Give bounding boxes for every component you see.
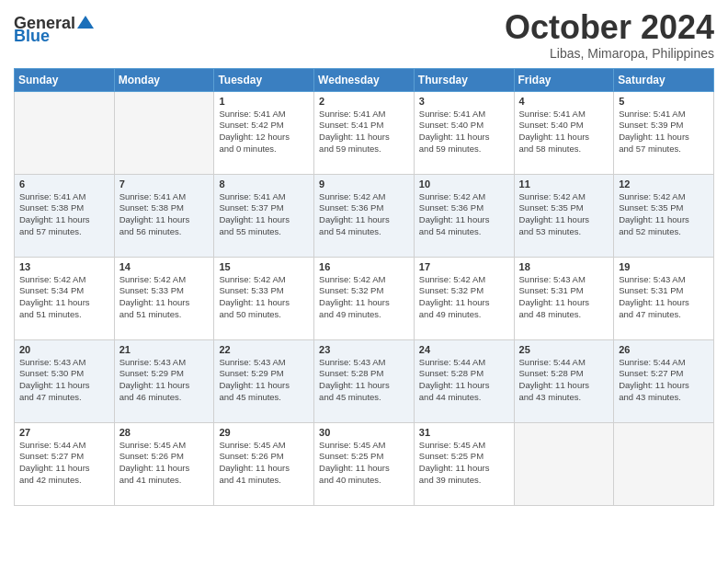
logo-blue: Blue <box>14 28 50 44</box>
calendar-cell: 5Sunrise: 5:41 AM Sunset: 5:39 PM Daylig… <box>614 91 714 174</box>
day-number: 6 <box>19 178 109 190</box>
day-info: Sunrise: 5:45 AM Sunset: 5:25 PM Dayligh… <box>419 440 509 487</box>
weekday-header: Saturday <box>614 68 714 91</box>
day-number: 28 <box>119 427 210 438</box>
calendar-cell: 13Sunrise: 5:42 AM Sunset: 5:34 PM Dayli… <box>15 257 115 339</box>
day-number: 1 <box>219 96 309 107</box>
calendar-cell: 2Sunrise: 5:41 AM Sunset: 5:41 PM Daylig… <box>314 91 415 174</box>
calendar-cell: 9Sunrise: 5:42 AM Sunset: 5:36 PM Daylig… <box>314 174 415 257</box>
day-number: 2 <box>319 96 409 107</box>
weekday-header: Wednesday <box>314 68 415 91</box>
day-number: 23 <box>319 344 409 355</box>
calendar-cell: 11Sunrise: 5:42 AM Sunset: 5:35 PM Dayli… <box>514 174 614 257</box>
calendar-cell <box>614 422 714 505</box>
location: Libas, Mimaropa, Philippines <box>505 46 714 61</box>
weekday-header: Tuesday <box>214 68 314 91</box>
calendar-cell: 16Sunrise: 5:42 AM Sunset: 5:32 PM Dayli… <box>314 257 415 339</box>
day-number: 17 <box>419 261 509 272</box>
day-number: 9 <box>319 178 409 190</box>
calendar-cell: 15Sunrise: 5:42 AM Sunset: 5:33 PM Dayli… <box>214 257 314 339</box>
day-info: Sunrise: 5:43 AM Sunset: 5:28 PM Dayligh… <box>319 357 409 404</box>
calendar-cell: 8Sunrise: 5:41 AM Sunset: 5:37 PM Daylig… <box>214 174 314 257</box>
day-info: Sunrise: 5:41 AM Sunset: 5:37 PM Dayligh… <box>219 191 309 238</box>
day-number: 13 <box>19 261 109 272</box>
page-header: General Blue October 2024 Libas, Mimarop… <box>14 9 714 61</box>
day-number: 27 <box>19 427 109 438</box>
day-number: 11 <box>519 178 609 190</box>
calendar-week-row: 13Sunrise: 5:42 AM Sunset: 5:34 PM Dayli… <box>15 257 714 339</box>
day-info: Sunrise: 5:44 AM Sunset: 5:27 PM Dayligh… <box>619 357 709 404</box>
day-number: 22 <box>219 344 309 355</box>
day-info: Sunrise: 5:41 AM Sunset: 5:40 PM Dayligh… <box>419 109 509 155</box>
day-info: Sunrise: 5:44 AM Sunset: 5:28 PM Dayligh… <box>519 357 609 404</box>
day-number: 3 <box>419 96 509 107</box>
calendar-cell <box>15 91 115 174</box>
calendar-cell: 29Sunrise: 5:45 AM Sunset: 5:26 PM Dayli… <box>214 422 314 505</box>
logo: General Blue <box>14 15 94 44</box>
day-number: 5 <box>619 96 709 107</box>
day-info: Sunrise: 5:42 AM Sunset: 5:36 PM Dayligh… <box>319 191 409 238</box>
weekday-header: Monday <box>114 68 214 91</box>
day-info: Sunrise: 5:43 AM Sunset: 5:29 PM Dayligh… <box>219 357 309 404</box>
calendar-cell: 19Sunrise: 5:43 AM Sunset: 5:31 PM Dayli… <box>614 257 714 339</box>
calendar-week-row: 27Sunrise: 5:44 AM Sunset: 5:27 PM Dayli… <box>15 422 714 505</box>
calendar-cell <box>114 91 214 174</box>
day-number: 14 <box>119 261 210 272</box>
calendar-cell: 10Sunrise: 5:42 AM Sunset: 5:36 PM Dayli… <box>414 174 514 257</box>
day-number: 15 <box>219 261 309 272</box>
weekday-header: Thursday <box>414 68 514 91</box>
logo-triangle-icon <box>77 14 94 30</box>
calendar-week-row: 6Sunrise: 5:41 AM Sunset: 5:38 PM Daylig… <box>15 174 714 257</box>
day-info: Sunrise: 5:41 AM Sunset: 5:41 PM Dayligh… <box>319 109 409 155</box>
weekday-header: Sunday <box>15 68 115 91</box>
calendar-week-row: 20Sunrise: 5:43 AM Sunset: 5:30 PM Dayli… <box>15 339 714 422</box>
day-number: 25 <box>519 344 609 355</box>
day-info: Sunrise: 5:42 AM Sunset: 5:33 PM Dayligh… <box>219 274 309 321</box>
calendar-cell: 12Sunrise: 5:42 AM Sunset: 5:35 PM Dayli… <box>614 174 714 257</box>
calendar-cell: 21Sunrise: 5:43 AM Sunset: 5:29 PM Dayli… <box>114 339 214 422</box>
day-info: Sunrise: 5:43 AM Sunset: 5:31 PM Dayligh… <box>519 274 609 321</box>
day-info: Sunrise: 5:43 AM Sunset: 5:31 PM Dayligh… <box>619 274 709 321</box>
day-info: Sunrise: 5:41 AM Sunset: 5:39 PM Dayligh… <box>619 109 709 155</box>
calendar-cell: 7Sunrise: 5:41 AM Sunset: 5:38 PM Daylig… <box>114 174 214 257</box>
calendar-cell: 31Sunrise: 5:45 AM Sunset: 5:25 PM Dayli… <box>414 422 514 505</box>
day-info: Sunrise: 5:43 AM Sunset: 5:29 PM Dayligh… <box>119 357 210 404</box>
calendar-cell: 30Sunrise: 5:45 AM Sunset: 5:25 PM Dayli… <box>314 422 415 505</box>
day-number: 10 <box>419 178 509 190</box>
calendar-cell: 28Sunrise: 5:45 AM Sunset: 5:26 PM Dayli… <box>114 422 214 505</box>
calendar-cell: 18Sunrise: 5:43 AM Sunset: 5:31 PM Dayli… <box>514 257 614 339</box>
calendar-table: SundayMondayTuesdayWednesdayThursdayFrid… <box>14 68 714 506</box>
day-info: Sunrise: 5:42 AM Sunset: 5:32 PM Dayligh… <box>419 274 509 321</box>
calendar-cell: 20Sunrise: 5:43 AM Sunset: 5:30 PM Dayli… <box>15 339 115 422</box>
calendar-cell: 27Sunrise: 5:44 AM Sunset: 5:27 PM Dayli… <box>15 422 115 505</box>
day-info: Sunrise: 5:45 AM Sunset: 5:26 PM Dayligh… <box>119 440 210 487</box>
day-number: 12 <box>619 178 709 190</box>
day-number: 18 <box>519 261 609 272</box>
calendar-cell: 24Sunrise: 5:44 AM Sunset: 5:28 PM Dayli… <box>414 339 514 422</box>
calendar-header-row: SundayMondayTuesdayWednesdayThursdayFrid… <box>15 68 714 91</box>
day-info: Sunrise: 5:42 AM Sunset: 5:35 PM Dayligh… <box>519 191 609 238</box>
day-number: 24 <box>419 344 509 355</box>
calendar-cell: 6Sunrise: 5:41 AM Sunset: 5:38 PM Daylig… <box>15 174 115 257</box>
day-info: Sunrise: 5:44 AM Sunset: 5:27 PM Dayligh… <box>19 440 109 487</box>
title-area: October 2024 Libas, Mimaropa, Philippine… <box>505 9 714 61</box>
calendar-cell <box>514 422 614 505</box>
day-info: Sunrise: 5:43 AM Sunset: 5:30 PM Dayligh… <box>19 357 109 404</box>
day-number: 8 <box>219 178 309 190</box>
day-info: Sunrise: 5:42 AM Sunset: 5:36 PM Dayligh… <box>419 191 509 238</box>
day-number: 16 <box>319 261 409 272</box>
calendar-cell: 3Sunrise: 5:41 AM Sunset: 5:40 PM Daylig… <box>414 91 514 174</box>
calendar-cell: 14Sunrise: 5:42 AM Sunset: 5:33 PM Dayli… <box>114 257 214 339</box>
day-info: Sunrise: 5:45 AM Sunset: 5:26 PM Dayligh… <box>219 440 309 487</box>
svg-marker-0 <box>77 16 94 29</box>
calendar-cell: 22Sunrise: 5:43 AM Sunset: 5:29 PM Dayli… <box>214 339 314 422</box>
calendar-week-row: 1Sunrise: 5:41 AM Sunset: 5:42 PM Daylig… <box>15 91 714 174</box>
day-number: 21 <box>119 344 210 355</box>
month-title: October 2024 <box>505 9 714 46</box>
calendar-cell: 1Sunrise: 5:41 AM Sunset: 5:42 PM Daylig… <box>214 91 314 174</box>
calendar-cell: 4Sunrise: 5:41 AM Sunset: 5:40 PM Daylig… <box>514 91 614 174</box>
calendar-cell: 25Sunrise: 5:44 AM Sunset: 5:28 PM Dayli… <box>514 339 614 422</box>
day-info: Sunrise: 5:41 AM Sunset: 5:40 PM Dayligh… <box>519 109 609 155</box>
day-number: 7 <box>119 178 210 190</box>
day-number: 4 <box>519 96 609 107</box>
